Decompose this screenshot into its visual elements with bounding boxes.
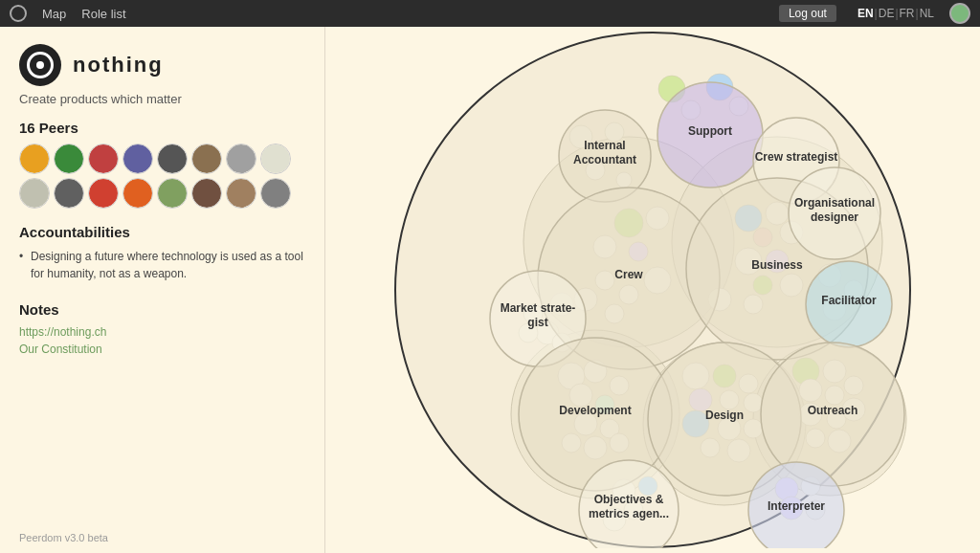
peer-avatar[interactable]	[226, 178, 256, 209]
nav-logo-icon	[10, 5, 27, 22]
org-tagline: Create products which matter	[19, 92, 305, 106]
peer-avatar[interactable]	[260, 178, 291, 209]
peer-avatar[interactable]	[260, 144, 291, 174]
logout-button[interactable]: Log out	[779, 5, 836, 22]
accountabilities-section: Accountabilities Designing a future wher…	[19, 224, 305, 288]
svg-text:Crew strategist: Crew strategist	[755, 150, 838, 164]
viz-panel: SupportInternalAccountantCrew strategist…	[325, 27, 980, 553]
peer-avatar[interactable]	[54, 178, 84, 209]
svg-text:Outreach: Outreach	[808, 404, 858, 417]
viz-svg: SupportInternalAccountantCrew strategist…	[394, 32, 911, 548]
peer-avatar[interactable]	[88, 178, 119, 209]
peer-avatar[interactable]	[191, 144, 222, 174]
svg-text:Interpreter: Interpreter	[768, 499, 825, 513]
peer-avatar[interactable]	[88, 144, 119, 174]
peer-avatar[interactable]	[226, 144, 256, 174]
notes-link[interactable]: Our Constitution	[19, 343, 305, 356]
sidebar-footer: Peerdom v3.0 beta	[19, 522, 305, 543]
svg-text:Business: Business	[751, 258, 803, 272]
org-logo-inner	[27, 52, 54, 78]
org-header: nothing	[19, 44, 305, 86]
lang-nl[interactable]: NL	[920, 7, 934, 20]
svg-text:Objectives &metrics agen...: Objectives &metrics agen...	[589, 493, 669, 520]
svg-text:Design: Design	[705, 409, 744, 422]
notes-heading: Notes	[19, 301, 305, 318]
top-nav: Map Role list Log out EN|DE|FR|NL	[0, 0, 980, 27]
lang-en[interactable]: EN	[858, 7, 874, 20]
language-bar: EN|DE|FR|NL	[858, 7, 934, 20]
notes-link[interactable]: https://nothing.ch	[19, 325, 305, 339]
peer-avatar[interactable]	[122, 178, 153, 209]
main-content: nothing Create products which matter 16 …	[0, 27, 980, 553]
lang-de[interactable]: DE	[879, 7, 895, 20]
svg-text:Development: Development	[559, 404, 631, 417]
peer-avatar[interactable]	[54, 144, 84, 174]
peers-heading: 16 Peers	[19, 120, 305, 136]
org-name: nothing	[73, 53, 164, 77]
accountabilities-heading: Accountabilities	[19, 224, 305, 240]
peers-section: 16 Peers	[19, 120, 305, 224]
peer-avatar[interactable]	[157, 178, 188, 209]
nav-rolelist-link[interactable]: Role list	[81, 7, 125, 21]
peer-avatars-container	[19, 144, 305, 209]
sidebar: nothing Create products which matter 16 …	[0, 27, 325, 553]
lang-fr[interactable]: FR	[900, 7, 915, 20]
svg-text:Facilitator: Facilitator	[821, 294, 877, 307]
notes-section: Notes https://nothing.chOur Constitution	[19, 301, 305, 360]
org-logo	[19, 44, 61, 86]
peer-avatar[interactable]	[157, 144, 188, 174]
circle-container: SupportInternalAccountantCrew strategist…	[385, 32, 921, 548]
peer-avatar[interactable]	[19, 144, 50, 174]
accountability-item: Designing a future where technology is u…	[19, 248, 305, 282]
notes-links: https://nothing.chOur Constitution	[19, 325, 305, 356]
peer-avatar[interactable]	[191, 178, 222, 209]
nav-map-link[interactable]: Map	[42, 7, 66, 21]
accountability-list: Designing a future where technology is u…	[19, 248, 305, 282]
peer-avatar[interactable]	[19, 178, 50, 209]
svg-text:Support: Support	[688, 124, 732, 138]
peer-avatar[interactable]	[122, 144, 153, 174]
svg-text:Crew: Crew	[614, 268, 643, 281]
user-avatar-nav[interactable]	[949, 3, 970, 24]
